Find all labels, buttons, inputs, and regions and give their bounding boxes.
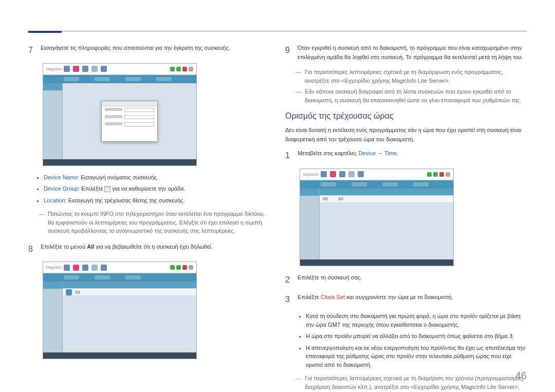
note-item: Για περισσότερες λεπτομέρειες σχετικά με…: [295, 374, 527, 391]
field-label: Location: [44, 197, 65, 203]
ss-tab: [64, 275, 79, 279]
arrow: →: [376, 150, 384, 156]
ss-tab: [125, 275, 141, 279]
step-number: 2: [285, 273, 292, 287]
text: Επιλέξτε το μενού: [41, 244, 87, 250]
clock-set-label: Clock Set: [321, 294, 345, 300]
table-header: [320, 189, 453, 196]
two-column-layout: 7 Εισαγάγετε τις πληροφορίες που απαιτού…: [28, 44, 527, 392]
ss-sidebar: [43, 282, 63, 352]
note-item: Για περισσότερες λεπτομέρειες σχετικά με…: [295, 68, 527, 85]
ss-nav-icons: [321, 171, 364, 177]
field-text: : Εισαγωγή ονόματος συσκευής.: [78, 174, 158, 180]
list-item: Location: Εισαγωγή της τρέχουσας θέσης τ…: [44, 196, 270, 205]
right-column: 9 Όταν εγκριθεί η συσκευή από το διακομι…: [285, 44, 527, 392]
step-text: Επιλέξτε τη συσκευή σας.: [298, 273, 527, 287]
ss-logo: MagicInfo: [46, 266, 62, 269]
nav-icon: [339, 171, 345, 177]
step-number: 8: [28, 242, 35, 256]
ss-tabbar: [43, 75, 196, 83]
text: για να βεβαιωθείτε ότι η συσκευή έχει δη…: [94, 244, 212, 250]
ss-main: [320, 189, 453, 259]
nav-icon: [91, 265, 98, 271]
step-text: Μεταβείτε στις καρτέλες Device → Time.: [298, 149, 527, 162]
ss-logo: MagicInfo: [46, 67, 62, 71]
nav-icon: [358, 171, 364, 177]
screenshot-time-tab: MagicInfo: [300, 169, 454, 266]
ss-dialog-row: [102, 121, 157, 128]
field-text: : Επιλέξτε: [78, 185, 104, 192]
ss-status-badges: [170, 265, 193, 270]
step-8: 8 Επιλέξτε το μενού All για να βεβαιωθεί…: [28, 242, 270, 256]
field-text: : Εισαγωγή της τρέχουσας θέσης της συσκε…: [65, 197, 185, 203]
field-label: Device Name: [44, 174, 78, 180]
ss-topbar: MagicInfo: [43, 262, 196, 273]
nav-icon: [330, 171, 336, 177]
step-2: 2 Επιλέξτε τη συσκευή σας.: [285, 273, 527, 287]
table-row: [320, 196, 453, 203]
list-item: Device Name: Εισαγωγή ονόματος συσκευής.: [44, 173, 270, 182]
ss-tab: [156, 77, 172, 81]
step-text: Εισαγάγετε τις πληροφορίες που απαιτούντ…: [41, 44, 270, 57]
step-7: 7 Εισαγάγετε τις πληροφορίες που απαιτού…: [28, 44, 270, 57]
text: .: [397, 150, 398, 156]
browse-icon: [104, 186, 110, 192]
note-list: Πατώντας το κουμπί INFO στο τηλεχειριστή…: [39, 210, 270, 235]
all-label: All: [87, 244, 94, 250]
section-intro: Δεν είναι δυνατή η εκτέλεση ενός προγράμ…: [285, 126, 527, 144]
step-number: 7: [28, 44, 35, 57]
ss-logo: MagicInfo: [303, 173, 319, 176]
ss-footer: [43, 352, 196, 359]
device-label: Device: [358, 150, 376, 156]
nav-icon: [101, 265, 107, 271]
ss-main: [63, 83, 196, 159]
screenshot-device-list: MagicInfo: [43, 262, 197, 359]
ss-footer: [300, 259, 453, 266]
ss-tabbar: [43, 273, 196, 282]
ss-tab: [95, 275, 110, 279]
nav-icon: [73, 265, 79, 271]
page-number: 46: [515, 370, 527, 382]
nav-icon: [101, 66, 107, 72]
ss-tab: [382, 182, 398, 186]
ss-status-badges: [170, 67, 193, 71]
ss-dialog-row: [102, 106, 157, 114]
ss-nav-icons: [64, 66, 107, 72]
step-number: 3: [285, 293, 292, 306]
field-text: για να καθορίσετε την ομάδα.: [110, 185, 185, 192]
nav-icon: [82, 66, 88, 72]
ss-tab: [321, 182, 336, 186]
nav-icon: [82, 265, 88, 271]
step-9: 9 Όταν εγκριθεί η συσκευή από το διακομι…: [285, 44, 527, 62]
note-list: Για περισσότερες λεπτομέρειες σχετικά με…: [295, 374, 527, 391]
list-item: Η ώρα στο προϊόν μπορεί να αλλάξει από τ…: [306, 332, 527, 341]
ss-status-badges: [427, 172, 450, 177]
text: και συγχρονίστε την ώρα με το διακομιστή…: [345, 294, 453, 300]
ss-sidebar: [43, 83, 63, 159]
ss-tab: [125, 77, 141, 81]
text: Επιλέξτε: [298, 294, 321, 300]
nav-icon: [73, 66, 79, 72]
nav-icon: [64, 265, 70, 271]
ss-nav-icons: [64, 265, 107, 271]
header-rule: [28, 31, 527, 31]
ss-footer: [43, 159, 196, 165]
note-list: Για περισσότερες λεπτομέρειες σχετικά με…: [295, 68, 527, 104]
step-number: 1: [285, 149, 292, 162]
nav-icon: [348, 171, 355, 177]
ss-dialog-row: [102, 114, 157, 121]
device-fields-list: Device Name: Εισαγωγή ονόματος συσκευής.…: [44, 173, 270, 205]
nav-icon: [321, 171, 327, 177]
step-1: 1 Μεταβείτε στις καρτέλες Device → Time.: [285, 149, 527, 162]
ss-dialog-head: [102, 101, 157, 106]
ss-tabbar: [300, 180, 453, 189]
step-3: 3 Επιλέξτε Clock Set και συγχρονίστε την…: [285, 293, 527, 306]
step-text: Όταν εγκριθεί η συσκευή από το διακομιστ…: [298, 44, 527, 62]
nav-icon: [64, 66, 70, 72]
table-header: [63, 282, 196, 289]
screenshot-approve-dialog: MagicInfo: [43, 63, 197, 166]
list-item: Η απενεργοποίηση και εκ νέου ενεργοποίησ…: [306, 344, 527, 369]
ss-sidebar: [300, 189, 320, 259]
ss-tab: [95, 77, 110, 81]
ss-topbar: MagicInfo: [300, 169, 453, 180]
